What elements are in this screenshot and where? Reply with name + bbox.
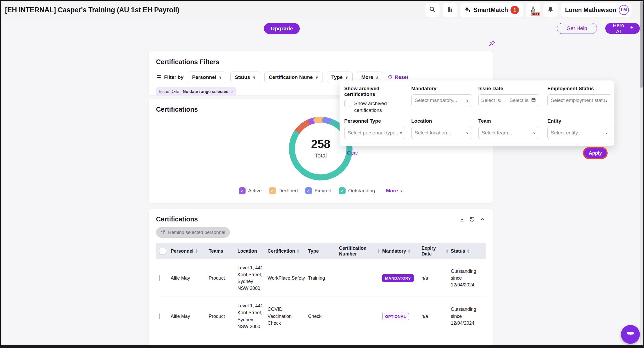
cell-type: Training <box>308 269 339 287</box>
search-icon <box>429 6 436 14</box>
mandatory-select[interactable]: Select mandatory...∨ <box>411 94 472 106</box>
column-header-certification-number[interactable]: Certification Number▲▼ <box>339 245 382 257</box>
legend-label: Declined <box>279 188 298 194</box>
upgrade-button[interactable]: Upgrade <box>264 23 300 34</box>
table-row: Alfie MayProductLevel 1, 441 Kent Street… <box>156 297 486 335</box>
apply-button[interactable]: Apply <box>584 148 607 158</box>
download-icon[interactable] <box>459 216 465 222</box>
reset-link[interactable]: Reset <box>387 74 408 81</box>
notifications-button[interactable] <box>543 3 558 17</box>
filter-button-certification-name[interactable]: Certification Name∨ <box>264 72 323 83</box>
collapse-chevron-icon[interactable] <box>479 216 486 222</box>
column-header-status[interactable]: Status▲▼ <box>451 248 484 254</box>
get-help-button[interactable]: Get Help <box>557 23 597 34</box>
field-location: Location Select location...∨ <box>411 118 474 139</box>
scrollbar-track[interactable] <box>640 1 643 345</box>
legend-label: Expired <box>315 188 331 194</box>
cell-teams: Product <box>209 308 237 325</box>
field-mandatory: Mandatory Select mandatory...∨ <box>411 86 474 113</box>
show-archived-checkbox[interactable] <box>344 100 351 107</box>
table-header-row: Personnel▲▼TeamsLocationCertification▲▼T… <box>156 243 486 259</box>
column-header-certification[interactable]: Certification▲▼ <box>268 248 308 254</box>
org-title: [EH INTERNAL] Casper's Training (AU 1st … <box>5 6 179 14</box>
select-all-checkbox[interactable] <box>159 248 166 254</box>
column-header-location: Location <box>237 248 268 254</box>
main-content: Upgrade Reports / Compliance / Certifica… <box>1 19 640 345</box>
hero-ai-button[interactable]: Hero AI <box>605 23 640 34</box>
field-personnel-type: Personnel Type Select personnel type...∨ <box>344 118 407 139</box>
cell-certification: WorkPlace Safety <box>268 269 308 287</box>
sort-icon[interactable]: ▲▼ <box>196 249 198 253</box>
sliders-icon <box>156 74 162 81</box>
donut-segment-unlabeled <box>297 122 309 133</box>
sort-icon[interactable]: ▲▼ <box>446 249 448 253</box>
column-header-personnel[interactable]: Personnel▲▼ <box>171 248 209 254</box>
cell-personnel: Alfie May <box>171 269 209 287</box>
legend-item-outstanding: ✓Outstanding <box>339 187 375 194</box>
legend-checkbox-outstanding[interactable]: ✓ <box>339 187 346 194</box>
issue-date-range-input[interactable]: Select issu → Select issu <box>478 94 539 106</box>
legend-checkbox-active[interactable]: ✓ <box>239 187 246 194</box>
location-select[interactable]: Select location...∨ <box>411 127 472 139</box>
smartmatch-count-badge: 1 <box>510 6 519 14</box>
smartmatch-label: SmartMatch <box>474 7 508 14</box>
column-header-teams: Teams <box>209 248 237 254</box>
reset-icon <box>387 74 393 81</box>
clear-link[interactable]: Clear <box>347 150 358 156</box>
legend-more-link[interactable]: More∨ <box>386 188 403 194</box>
labs-button[interactable]: BETA <box>526 3 540 17</box>
entity-select[interactable]: Select entity...∨ <box>547 127 611 139</box>
filter-button-personnel[interactable]: Personnel∨ <box>188 72 226 83</box>
user-menu[interactable]: Loren Mathewson LM <box>561 3 631 17</box>
remind-selected-personnel-button[interactable]: Remind selected personnel <box>156 227 230 238</box>
refresh-icon[interactable] <box>469 216 475 222</box>
legend-checkbox-expired[interactable]: ✓ <box>305 187 312 194</box>
sparkle-icon <box>464 6 471 14</box>
cell-status: Outstanding since 12/04/2024 <box>451 301 484 331</box>
chart-legend: ✓Active✓Declined✓Expired✓OutstandingMore… <box>149 187 493 194</box>
chat-launcher-button[interactable] <box>621 325 640 344</box>
column-header-expiry-date[interactable]: Expiry Date▲▼ <box>421 245 451 257</box>
search-button[interactable] <box>425 3 440 17</box>
sort-icon[interactable]: ▲▼ <box>377 249 380 253</box>
pin-icon[interactable] <box>488 40 496 48</box>
close-icon[interactable]: × <box>231 89 233 94</box>
employment-status-select[interactable]: Select employment statu∨ <box>547 94 611 106</box>
organisation-button[interactable] <box>443 3 457 17</box>
certifications-table-card: Certifications Remind sele <box>149 209 493 345</box>
sort-icon[interactable]: ▲▼ <box>297 249 299 253</box>
personnel-type-select[interactable]: Select personnel type...∨ <box>344 127 405 139</box>
show-archived-label: Show archived certifications <box>354 100 399 113</box>
legend-checkbox-declined[interactable]: ✓ <box>269 187 276 194</box>
cell-personnel: Alfie May <box>171 308 209 325</box>
row-checkbox[interactable] <box>159 313 160 319</box>
filter-button-status[interactable]: Status∨ <box>230 72 260 83</box>
legend-item-expired: ✓Expired <box>305 187 331 194</box>
cell-teams: Product <box>209 269 237 287</box>
sort-icon[interactable]: ▲▼ <box>467 249 469 253</box>
hero-ai-label: Hero AI <box>610 23 627 35</box>
column-header-type: Type <box>308 248 339 254</box>
column-header-mandatory[interactable]: Mandatory▲▼ <box>382 248 421 254</box>
legend-item-declined: ✓Declined <box>269 187 298 194</box>
team-select[interactable]: Select team...∨ <box>478 127 539 139</box>
cell-expiry-date: n/a <box>421 308 451 325</box>
row-checkbox[interactable] <box>159 275 160 281</box>
legend-item-active: ✓Active <box>239 187 262 194</box>
cell-location: Level 1, 441 Kent Street, Sydney NSW 200… <box>237 297 268 335</box>
sort-icon[interactable]: ▲▼ <box>408 249 410 253</box>
cell-location: Level 1, 441 Kent Street, Sydney NSW 200… <box>237 259 268 297</box>
smartmatch-button[interactable]: SmartMatch 1 <box>460 3 523 17</box>
table-card-header: Certifications <box>156 215 486 223</box>
issue-date-chip: Issue Date: No date range selected × <box>156 87 236 96</box>
table-title: Certifications <box>156 215 198 223</box>
cell-certification-number <box>339 311 382 322</box>
calendar-icon <box>531 97 536 104</box>
send-icon <box>161 229 166 236</box>
mandatory-badge: OPTIONAL <box>382 313 409 320</box>
avatar: LM <box>619 5 629 15</box>
field-team: Team Select team...∨ <box>478 118 543 139</box>
scrollbar-thumb[interactable] <box>640 1 643 88</box>
legend-label: Active <box>248 188 262 194</box>
bell-icon <box>547 6 554 14</box>
